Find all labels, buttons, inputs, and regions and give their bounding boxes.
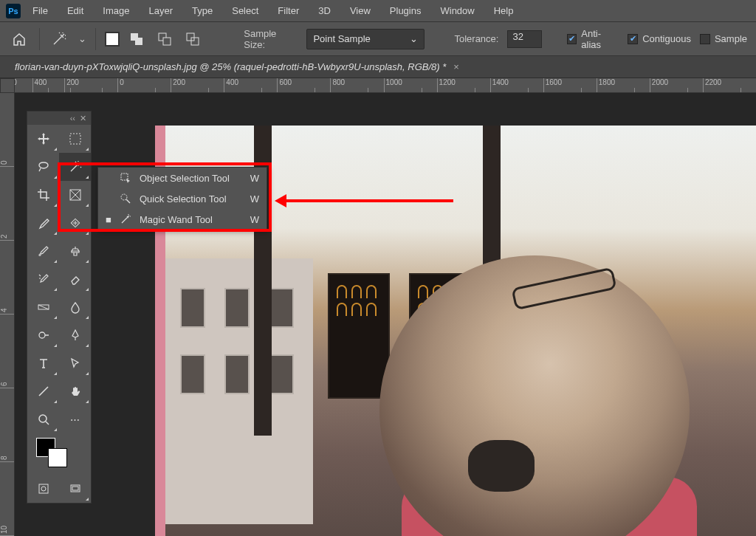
tool-clone-stamp[interactable] bbox=[59, 237, 91, 265]
tolerance-input[interactable]: 32 bbox=[507, 30, 542, 48]
canvas-area[interactable] bbox=[15, 93, 756, 536]
tool-blur[interactable] bbox=[59, 293, 91, 321]
antialias-label: Anti-alias bbox=[581, 28, 619, 50]
menu-file[interactable]: File bbox=[25, 2, 55, 19]
tool-frame[interactable] bbox=[59, 181, 91, 209]
svg-point-13 bbox=[41, 487, 46, 491]
tool-magic-wand[interactable] bbox=[59, 153, 91, 181]
menu-3d[interactable]: 3D bbox=[311, 2, 338, 19]
ruler-tick: 1200 bbox=[437, 78, 490, 92]
tool-edit-toolbar[interactable]: ⋯ bbox=[59, 405, 91, 433]
tool-brush[interactable] bbox=[27, 237, 59, 265]
tool-pen[interactable] bbox=[59, 321, 91, 349]
tool-hand[interactable] bbox=[59, 377, 91, 405]
ruler-tick: 4 bbox=[0, 241, 14, 315]
options-bar: ⌄ Sample Size: Point Sample ⌄ Tolerance:… bbox=[0, 22, 756, 56]
svg-rect-6 bbox=[70, 134, 80, 144]
ruler-tick: 8 bbox=[0, 388, 14, 462]
antialias-checkbox[interactable]: ✔ Anti-alias bbox=[567, 28, 619, 50]
tool-healing[interactable] bbox=[59, 209, 91, 237]
svg-rect-3 bbox=[163, 38, 171, 45]
document-tab-title: florian-van-duyn-pXToxwjqliQ-unsplash.jp… bbox=[15, 61, 446, 72]
tool-zoom[interactable] bbox=[27, 405, 59, 433]
svg-rect-5 bbox=[191, 38, 199, 45]
sample-size-select[interactable]: Point Sample ⌄ bbox=[306, 29, 425, 49]
svg-rect-1 bbox=[135, 38, 142, 45]
flyout-item-quick-selection[interactable]: Quick Selection Tool W bbox=[98, 188, 267, 209]
collapse-icon[interactable]: ‹‹ bbox=[70, 114, 75, 123]
document-tab[interactable]: florian-van-duyn-pXToxwjqliQ-unsplash.jp… bbox=[6, 56, 468, 78]
menu-layer[interactable]: Layer bbox=[142, 2, 181, 19]
preset-chevron-icon[interactable]: ⌄ bbox=[78, 33, 86, 44]
tool-crop[interactable] bbox=[27, 181, 59, 209]
sample-size-label: Sample Size: bbox=[244, 28, 298, 50]
tool-preset-wand-icon[interactable] bbox=[49, 28, 70, 50]
background-color[interactable] bbox=[48, 448, 67, 467]
selection-add-icon[interactable] bbox=[126, 28, 148, 50]
tool-type[interactable] bbox=[27, 349, 59, 377]
ruler-tick: 1600 bbox=[543, 78, 597, 92]
home-button[interactable] bbox=[9, 28, 30, 50]
ruler-vertical[interactable]: 0 2 4 6 8 10 bbox=[0, 93, 15, 536]
tool-move[interactable] bbox=[27, 125, 59, 153]
close-icon[interactable]: × bbox=[453, 61, 459, 72]
menu-type[interactable]: Type bbox=[185, 2, 220, 19]
photo-banner bbox=[328, 273, 390, 399]
ruler-tick: 2000 bbox=[650, 78, 703, 92]
ruler-tick: 1800 bbox=[597, 78, 650, 92]
svg-point-17 bbox=[121, 194, 127, 200]
checkbox-unchecked-icon bbox=[700, 34, 710, 44]
ruler-horizontal[interactable]: 0 400 200 0 200 400 600 800 1000 1200 14… bbox=[0, 78, 756, 93]
tool-marquee[interactable] bbox=[59, 125, 91, 153]
checkbox-checked-icon: ✔ bbox=[567, 34, 577, 44]
divider bbox=[95, 28, 96, 50]
tool-eraser[interactable] bbox=[59, 265, 91, 293]
flyout-shortcut: W bbox=[250, 173, 259, 184]
ruler-tick: 200 bbox=[171, 78, 224, 92]
checkbox-checked-icon: ✔ bbox=[628, 34, 638, 44]
app-logo: Ps bbox=[6, 4, 21, 18]
magic-wand-icon bbox=[119, 213, 132, 225]
menu-edit[interactable]: Edit bbox=[60, 2, 91, 19]
menu-window[interactable]: Window bbox=[433, 2, 481, 19]
svg-rect-12 bbox=[39, 484, 48, 493]
ruler-origin[interactable] bbox=[0, 78, 15, 93]
tools-panel-header: ‹‹ ✕ bbox=[27, 111, 91, 125]
menu-select[interactable]: Select bbox=[224, 2, 266, 19]
tool-history-brush[interactable] bbox=[27, 265, 59, 293]
flyout-label: Quick Selection Tool bbox=[140, 193, 243, 205]
flyout-item-object-selection[interactable]: Object Selection Tool W bbox=[98, 168, 267, 188]
ruler-tick: 2200 bbox=[703, 78, 756, 92]
svg-rect-15 bbox=[72, 487, 78, 490]
flyout-shortcut: W bbox=[250, 193, 259, 205]
selection-subtract-icon[interactable] bbox=[154, 28, 176, 50]
object-selection-icon bbox=[119, 172, 132, 184]
tool-line[interactable] bbox=[27, 377, 59, 405]
menu-view[interactable]: View bbox=[343, 2, 378, 19]
tool-quickmask[interactable] bbox=[27, 475, 59, 503]
tool-gradient[interactable] bbox=[27, 293, 59, 321]
flyout-active-marker: ■ bbox=[106, 214, 111, 225]
selection-new-icon[interactable] bbox=[105, 32, 120, 47]
tool-screenmode[interactable] bbox=[59, 475, 91, 503]
tool-path-selection[interactable] bbox=[59, 349, 91, 377]
ruler-tick: 2 bbox=[0, 167, 14, 241]
flyout-item-magic-wand[interactable]: ■ Magic Wand Tool W bbox=[98, 209, 267, 230]
ruler-tick: 10 bbox=[0, 462, 14, 536]
selection-intersect-icon[interactable] bbox=[182, 28, 204, 50]
tool-eyedropper[interactable] bbox=[27, 209, 59, 237]
contiguous-label: Contiguous bbox=[642, 33, 691, 44]
ruler-tick: 0 bbox=[0, 93, 14, 167]
menu-help[interactable]: Help bbox=[487, 2, 521, 19]
tool-dodge[interactable] bbox=[27, 321, 59, 349]
tool-color-swatches[interactable] bbox=[27, 433, 91, 475]
menu-filter[interactable]: Filter bbox=[270, 2, 306, 19]
close-icon[interactable]: ✕ bbox=[80, 114, 86, 123]
contiguous-checkbox[interactable]: ✔ Contiguous bbox=[628, 33, 691, 44]
svg-point-10 bbox=[39, 332, 45, 338]
tool-lasso[interactable] bbox=[27, 153, 59, 181]
menu-image[interactable]: Image bbox=[95, 2, 137, 19]
sample-checkbox[interactable]: Sample bbox=[700, 33, 747, 44]
menu-plugins[interactable]: Plugins bbox=[382, 2, 429, 19]
ruler-tick: 6 bbox=[0, 315, 14, 388]
